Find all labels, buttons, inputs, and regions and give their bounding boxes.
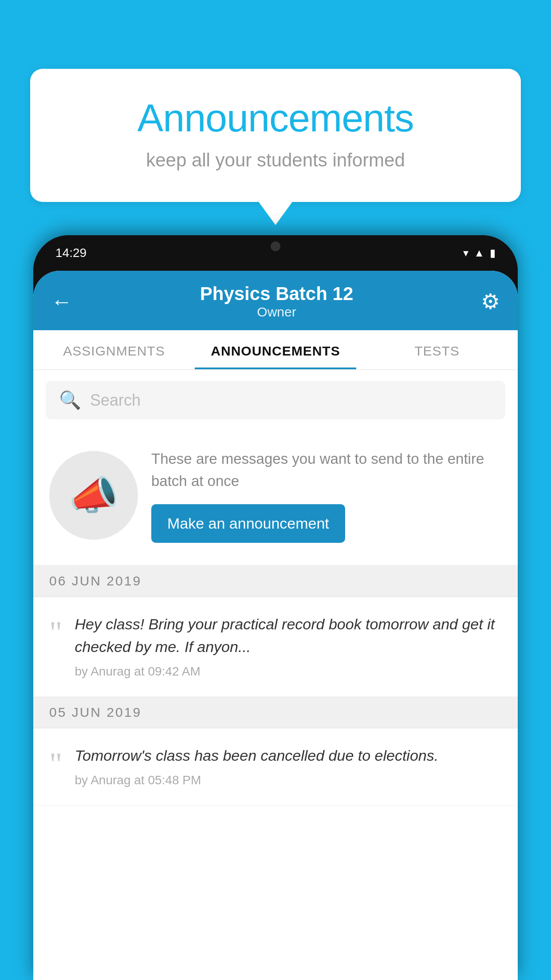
app-header: ← Physics Batch 12 Owner ⚙ bbox=[33, 271, 518, 330]
camera-dot bbox=[271, 241, 280, 251]
speech-bubble-card: Announcements keep all your students inf… bbox=[30, 69, 521, 202]
promo-icon-circle: 📣 bbox=[49, 451, 138, 540]
bubble-subtitle: keep all your students informed bbox=[66, 150, 485, 171]
search-container: 🔍 Search bbox=[33, 370, 518, 430]
announcement-promo: 📣 These are messages you want to send to… bbox=[33, 430, 518, 565]
battery-icon: ▮ bbox=[490, 247, 496, 259]
header-title: Physics Batch 12 bbox=[200, 283, 354, 304]
phone-screen: ← Physics Batch 12 Owner ⚙ ASSIGNMENTS A… bbox=[33, 271, 518, 980]
megaphone-icon: 📣 bbox=[69, 472, 118, 519]
bubble-title: Announcements bbox=[66, 95, 485, 141]
announcement-meta-2: by Anurag at 05:48 PM bbox=[75, 773, 502, 787]
status-bar: 14:29 ▾ ▲ ▮ bbox=[33, 235, 518, 271]
header-title-group: Physics Batch 12 Owner bbox=[200, 283, 354, 320]
tab-announcements[interactable]: ANNOUNCEMENTS bbox=[195, 330, 356, 369]
status-icons: ▾ ▲ ▮ bbox=[463, 247, 496, 259]
tabs-bar: ASSIGNMENTS ANNOUNCEMENTS TESTS bbox=[33, 330, 518, 370]
announcement-item-1[interactable]: " Hey class! Bring your practical record… bbox=[33, 597, 518, 697]
make-announcement-button[interactable]: Make an announcement bbox=[151, 504, 345, 543]
announcement-text-1: Hey class! Bring your practical record b… bbox=[75, 613, 502, 679]
date-separator-jun6: 06 JUN 2019 bbox=[33, 565, 518, 597]
signal-icon: ▲ bbox=[474, 247, 484, 259]
announcement-text-2: Tomorrow's class has been cancelled due … bbox=[75, 744, 502, 787]
settings-icon[interactable]: ⚙ bbox=[481, 289, 500, 314]
search-icon: 🔍 bbox=[59, 390, 81, 411]
date-separator-jun5: 05 JUN 2019 bbox=[33, 697, 518, 728]
back-button[interactable]: ← bbox=[51, 289, 72, 314]
status-time: 14:29 bbox=[55, 246, 87, 260]
wifi-icon: ▾ bbox=[463, 247, 468, 259]
search-bar[interactable]: 🔍 Search bbox=[46, 381, 505, 419]
promo-content: These are messages you want to send to t… bbox=[151, 448, 502, 543]
announcement-body-1: Hey class! Bring your practical record b… bbox=[75, 613, 502, 658]
tab-assignments[interactable]: ASSIGNMENTS bbox=[33, 330, 195, 369]
quote-icon-2: " bbox=[49, 744, 62, 780]
quote-icon-1: " bbox=[49, 613, 62, 648]
tab-tests[interactable]: TESTS bbox=[356, 330, 518, 369]
speech-bubble-section: Announcements keep all your students inf… bbox=[30, 69, 521, 202]
announcement-item-2[interactable]: " Tomorrow's class has been cancelled du… bbox=[33, 728, 518, 806]
phone-notch bbox=[240, 235, 311, 257]
announcement-meta-1: by Anurag at 09:42 AM bbox=[75, 664, 502, 679]
header-subtitle: Owner bbox=[200, 304, 354, 320]
promo-description: These are messages you want to send to t… bbox=[151, 448, 502, 492]
search-placeholder: Search bbox=[90, 391, 141, 410]
phone-frame: 14:29 ▾ ▲ ▮ ← Physics Batch 12 Owner ⚙ A… bbox=[33, 235, 518, 980]
announcement-body-2: Tomorrow's class has been cancelled due … bbox=[75, 744, 502, 767]
